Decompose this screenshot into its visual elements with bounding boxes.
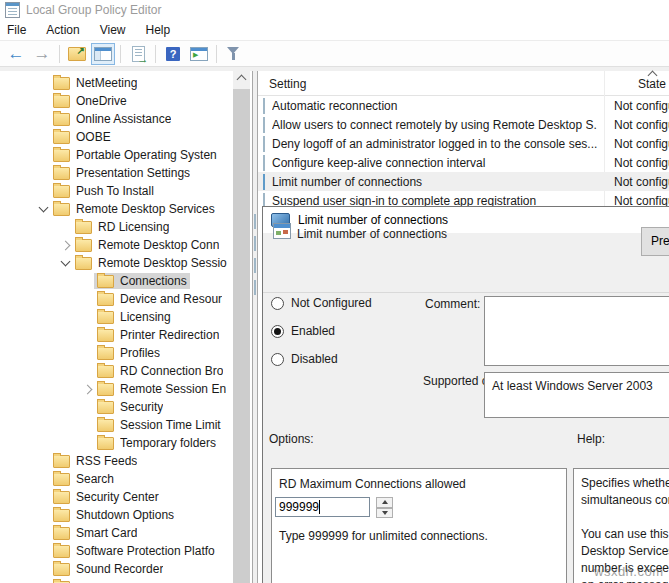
tree-item-connections: Connections	[0, 272, 233, 290]
tree-node-remote-desktop-sessio[interactable]: Remote Desktop Sessio	[72, 255, 230, 271]
spinner-up-button[interactable]	[376, 497, 393, 508]
tree-node-profiles[interactable]: Profiles	[94, 345, 163, 361]
folder-icon	[53, 455, 70, 468]
tree-node-partial[interactable]	[50, 580, 79, 583]
radio-icon[interactable]	[271, 297, 284, 310]
radio-selected-icon[interactable]	[271, 325, 284, 338]
folder-icon	[53, 185, 70, 198]
column-header-setting[interactable]: Setting	[269, 77, 306, 91]
setting-name: Configure keep-alive connection interval	[272, 156, 597, 170]
folder-icon	[53, 527, 70, 540]
show-action-pane-icon	[190, 47, 208, 61]
tree-node-rd-licensing[interactable]: RD Licensing	[72, 219, 172, 235]
tree-node-temporary-folders[interactable]: Temporary folders	[94, 435, 219, 451]
comment-textarea[interactable]	[484, 296, 669, 366]
scroll-up-button[interactable]	[233, 71, 250, 88]
tree-node-security[interactable]: Security	[94, 399, 166, 415]
tree-item-label: RSS Feeds	[76, 454, 137, 468]
tree-node-connections[interactable]: Connections	[94, 273, 190, 289]
chevron-slot	[80, 386, 94, 393]
menu-file[interactable]: File	[0, 23, 36, 37]
toolbar-separator	[59, 45, 60, 63]
expanded-chevron-icon[interactable]	[38, 203, 48, 213]
chevron-slot	[58, 261, 72, 265]
radio-enabled[interactable]: Enabled	[271, 323, 335, 339]
collapsed-chevron-icon[interactable]	[60, 240, 70, 250]
tree-node-remote-session-en[interactable]: Remote Session En	[94, 381, 229, 397]
folder-icon	[75, 257, 92, 270]
tree-node-portable-operating-systen[interactable]: Portable Operating Systen	[50, 147, 220, 163]
help-label: Help:	[577, 432, 605, 446]
setting-row-limit-number-of-connections[interactable]: Limit number of connectionsNot configure…	[258, 172, 669, 191]
tree-node-online-assistance[interactable]: Online Assistance	[50, 111, 174, 127]
tree-node-onedrive[interactable]: OneDrive	[50, 93, 130, 109]
tree-item-label: Smart Card	[76, 526, 137, 540]
console-tree-panel: NetMeetingOneDriveOnline AssistanceOOBEP…	[0, 71, 253, 583]
tree-item-label: Remote Desktop Services	[76, 202, 215, 216]
tree-item-label: Temporary folders	[120, 436, 216, 450]
folder-icon	[97, 419, 114, 432]
scroll-up-icon	[237, 75, 247, 85]
tree-node-sound-recorder[interactable]: Sound Recorder	[50, 561, 166, 577]
tree-item-label: Licensing	[120, 310, 171, 324]
tree-item-remote-desktop-sessio: Remote Desktop Sessio	[0, 254, 233, 272]
setting-row-configure-keep-alive-connection-interval[interactable]: Configure keep-alive connection interval…	[258, 153, 669, 172]
tree-node-search[interactable]: Search	[50, 471, 117, 487]
tree-node-licensing[interactable]: Licensing	[94, 309, 174, 325]
show-console-tree-icon	[94, 47, 112, 61]
radio-disabled[interactable]: Disabled	[271, 351, 338, 367]
tree-node-netmeeting[interactable]: NetMeeting	[50, 75, 140, 91]
setting-name: Deny logoff of an administrator logged i…	[272, 137, 597, 151]
dialog-title: Limit number of connections	[298, 213, 448, 227]
tree-node-smart-card[interactable]: Smart Card	[50, 525, 140, 541]
setting-row-deny-logoff-of-an-administrator-logged-in-to-the-console-ses[interactable]: Deny logoff of an administrator logged i…	[258, 134, 669, 153]
show-action-pane-button[interactable]	[187, 43, 211, 65]
expanded-chevron-icon[interactable]	[60, 257, 70, 267]
previous-setting-button[interactable]: Previous Setting	[641, 227, 669, 256]
tree-node-device-and-resour[interactable]: Device and Resour	[94, 291, 225, 307]
back-button[interactable]	[4, 43, 28, 65]
menu-bar: FileActionViewHelp	[0, 20, 669, 40]
tree-node-remote-desktop-conn[interactable]: Remote Desktop Conn	[72, 237, 222, 253]
tree-node-shutdown-options[interactable]: Shutdown Options	[50, 507, 177, 523]
tree-node-push-to-install[interactable]: Push To Install	[50, 183, 157, 199]
chevron-slot	[58, 242, 72, 249]
up-one-level-icon	[68, 47, 86, 61]
title-bar: Local Group Policy Editor	[0, 0, 669, 20]
tree-node-security-center[interactable]: Security Center	[50, 489, 162, 505]
setting-row-automatic-reconnection[interactable]: Automatic reconnectionNot configured	[258, 96, 669, 115]
max-connections-input[interactable]	[275, 497, 370, 517]
help-button[interactable]: ?	[161, 43, 185, 65]
export-list-button[interactable]	[126, 43, 150, 65]
menu-action[interactable]: Action	[36, 23, 89, 37]
folder-icon	[53, 167, 70, 180]
tree-node-presentation-settings[interactable]: Presentation Settings	[50, 165, 193, 181]
tree-node-session-time-limit[interactable]: Session Time Limit	[94, 417, 224, 433]
folder-icon	[97, 437, 114, 450]
forward-button[interactable]	[30, 43, 54, 65]
tree-scrollbar[interactable]	[233, 71, 250, 583]
tree-node-printer-redirection[interactable]: Printer Redirection	[94, 327, 222, 343]
policy-setting-icon	[273, 223, 291, 239]
supported-on-box: At least Windows Server 2003	[484, 372, 669, 418]
radio-icon[interactable]	[271, 353, 284, 366]
tree-node-oobe[interactable]: OOBE	[50, 129, 114, 145]
list-icon-fragment	[254, 236, 262, 253]
menu-help[interactable]: Help	[136, 23, 181, 37]
tree-node-software-protection-platfo[interactable]: Software Protection Platfo	[50, 543, 218, 559]
up-one-level-button[interactable]	[65, 43, 89, 65]
tree-node-rd-connection-bro[interactable]: RD Connection Bro	[94, 363, 226, 379]
filter-button[interactable]	[222, 43, 246, 65]
menu-view[interactable]: View	[90, 23, 136, 37]
spinner-down-button[interactable]	[376, 508, 393, 519]
scrollbar-thumb[interactable]	[233, 89, 250, 583]
radio-not-configured[interactable]: Not Configured	[271, 295, 372, 311]
tree-item-label: Sound Recorder	[76, 562, 163, 576]
help-icon: ?	[166, 47, 180, 61]
show-console-tree-button[interactable]	[91, 43, 115, 65]
setting-row-allow-users-to-connect-remotely-by-using-remote-desktop-s[interactable]: Allow users to connect remotely by using…	[258, 115, 669, 134]
policy-setting-icon	[263, 99, 265, 113]
tree-node-rss-feeds[interactable]: RSS Feeds	[50, 453, 140, 469]
tree-node-remote-desktop-services[interactable]: Remote Desktop Services	[50, 201, 218, 217]
collapsed-chevron-icon[interactable]	[82, 384, 92, 394]
